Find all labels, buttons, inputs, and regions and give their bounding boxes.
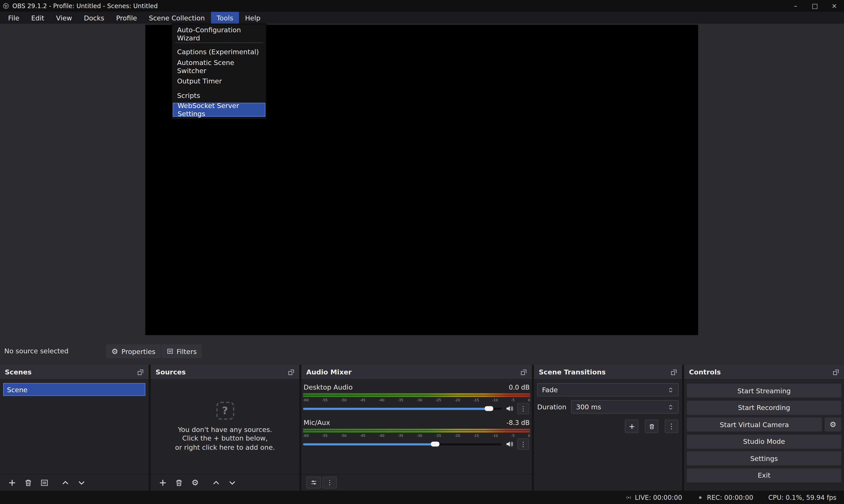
cpu-fps-text: CPU: 0.1%, 59.94 fps: [768, 494, 836, 501]
remove-transition-button[interactable]: [645, 420, 658, 433]
audio-meter: [303, 393, 530, 397]
slider-handle[interactable]: [485, 406, 493, 411]
volume-slider[interactable]: [303, 403, 502, 414]
mixer-options-button[interactable]: ⋮: [322, 476, 337, 488]
live-time: LIVE: 00:00:00: [635, 494, 682, 501]
scene-filters-button[interactable]: [37, 476, 52, 489]
live-status: LIVE: 00:00:00: [625, 494, 682, 501]
menu-help[interactable]: Help: [239, 12, 266, 24]
chevron-up-down-icon: [668, 386, 674, 393]
studio-mode-button[interactable]: Studio Mode: [687, 434, 841, 448]
add-scene-button[interactable]: [5, 476, 19, 489]
mixer-channel-mic-aux: Mic/Aux -8.3 dB -60-55-50-45-40-35-30-25…: [303, 418, 530, 449]
controls-title: Controls: [689, 368, 721, 376]
menu-profile[interactable]: Profile: [110, 12, 143, 24]
start-streaming-button[interactable]: Start Streaming: [687, 384, 841, 398]
speaker-icon[interactable]: [505, 404, 513, 413]
duration-row: Duration 300 ms: [537, 400, 679, 414]
transition-select[interactable]: Fade: [537, 383, 679, 396]
settings-button[interactable]: Settings: [687, 451, 841, 465]
filters-button[interactable]: Filters: [161, 344, 202, 358]
properties-button[interactable]: ⚙ Properties: [106, 344, 161, 358]
duration-value: 300 ms: [576, 403, 601, 411]
scenes-list[interactable]: Scene: [0, 380, 148, 474]
move-source-up-button[interactable]: [209, 476, 223, 489]
menu-tools[interactable]: Tools: [211, 12, 239, 24]
tools-menu-auto-config-wizard[interactable]: Auto-Configuration Wizard: [172, 26, 266, 41]
menu-view[interactable]: View: [50, 12, 78, 24]
controls-header: Controls: [684, 365, 844, 380]
transition-options-button[interactable]: ⋮: [665, 420, 678, 433]
scene-transitions-panel: Scene Transitions Fade Duration 300 ms: [534, 365, 682, 491]
channel-options-button[interactable]: ⋮: [517, 438, 529, 450]
scene-list-item-selected[interactable]: Scene: [3, 383, 145, 396]
menu-scene-collection[interactable]: Scene Collection: [143, 12, 211, 24]
start-virtual-camera-button[interactable]: Start Virtual Camera: [687, 417, 822, 432]
tools-menu-scripts[interactable]: Scripts: [172, 88, 266, 103]
add-source-button[interactable]: [156, 476, 170, 489]
tools-menu-captions[interactable]: Captions (Experimental): [172, 44, 266, 59]
sources-toolbar: ⚙: [151, 474, 299, 491]
menu-docks[interactable]: Docks: [78, 12, 110, 24]
exit-button[interactable]: Exit: [687, 468, 841, 482]
start-recording-button[interactable]: Start Recording: [687, 400, 841, 415]
source-properties-button[interactable]: ⚙: [188, 476, 203, 489]
virtual-camera-row: Start Virtual Camera ⚙: [687, 417, 841, 432]
popout-icon[interactable]: [521, 369, 527, 375]
remove-source-button[interactable]: [172, 476, 186, 489]
chevron-up-down-icon: [668, 403, 674, 410]
meter-scale: -60-55-50-45-40-35-30-25-20-15-10-50: [303, 433, 530, 438]
channel-level: 0.0 dB: [509, 384, 530, 391]
scene-transitions-header: Scene Transitions: [534, 365, 682, 380]
close-button[interactable]: ×: [825, 0, 844, 12]
obs-window: OBS 29.1.2 - Profile: Untitled - Scenes:…: [0, 0, 844, 504]
remove-scene-button[interactable]: [21, 476, 36, 489]
cpu-stats: CPU: 0.1%, 59.94 fps: [768, 494, 836, 501]
popout-icon[interactable]: [833, 369, 839, 375]
menu-separator: [175, 42, 263, 43]
source-status-text: No source selected: [4, 347, 69, 355]
sources-list-empty[interactable]: ? You don't have any sources. Click the …: [151, 380, 299, 474]
popout-icon[interactable]: [671, 369, 677, 375]
audio-mixer-toolbar: ⋮: [301, 474, 532, 491]
volume-slider[interactable]: [303, 439, 502, 449]
popout-icon[interactable]: [137, 369, 144, 375]
add-transition-button[interactable]: [625, 420, 638, 433]
tools-menu-websocket-server-settings[interactable]: WebSocket Server Settings: [173, 103, 265, 117]
sources-title: Sources: [156, 368, 186, 376]
sources-empty-text: You don't have any sources. Click the + …: [175, 426, 275, 452]
audio-meter: [303, 429, 530, 432]
menu-file[interactable]: File: [2, 12, 25, 24]
duration-label: Duration: [537, 403, 566, 411]
gear-icon: ⚙: [829, 421, 836, 428]
tools-dropdown-menu: Auto-Configuration Wizard Captions (Expe…: [172, 24, 266, 120]
speaker-icon[interactable]: [505, 440, 513, 448]
move-scene-down-button[interactable]: [74, 476, 89, 489]
dock-area: Scenes Scene Sources ?: [0, 365, 844, 491]
duration-spinbox[interactable]: 300 ms: [571, 400, 679, 414]
channel-options-button[interactable]: ⋮: [517, 403, 529, 414]
scene-transitions-body: Fade Duration 300 ms ⋮: [534, 380, 682, 491]
title-bar: OBS 29.1.2 - Profile: Untitled - Scenes:…: [0, 0, 844, 12]
menu-edit[interactable]: Edit: [25, 12, 50, 24]
window-title: OBS 29.1.2 - Profile: Untitled - Scenes:…: [12, 2, 158, 10]
maximize-button[interactable]: □: [805, 0, 825, 12]
volume-row: ⋮: [303, 439, 530, 449]
tools-menu-output-timer[interactable]: Output Timer: [172, 74, 266, 88]
slider-fill: [303, 443, 436, 445]
sources-panel: Sources ? You don't have any sources. Cl…: [151, 365, 299, 491]
move-source-down-button[interactable]: [225, 476, 240, 489]
slider-handle[interactable]: [431, 442, 439, 447]
record-dot-icon: [697, 494, 704, 501]
advanced-audio-button[interactable]: [306, 476, 321, 488]
move-scene-up-button[interactable]: [58, 476, 73, 489]
channel-header: Desktop Audio 0.0 dB: [303, 383, 530, 391]
virtual-camera-config-button[interactable]: ⚙: [825, 417, 841, 432]
broadcast-icon: [625, 494, 632, 501]
popout-icon[interactable]: [288, 369, 295, 375]
filters-label: Filters: [176, 347, 197, 355]
gear-icon: ⚙: [111, 347, 118, 355]
tools-menu-auto-scene-switcher[interactable]: Automatic Scene Switcher: [172, 59, 266, 74]
minimize-button[interactable]: –: [786, 0, 805, 12]
meter-bar-right: [303, 431, 530, 432]
